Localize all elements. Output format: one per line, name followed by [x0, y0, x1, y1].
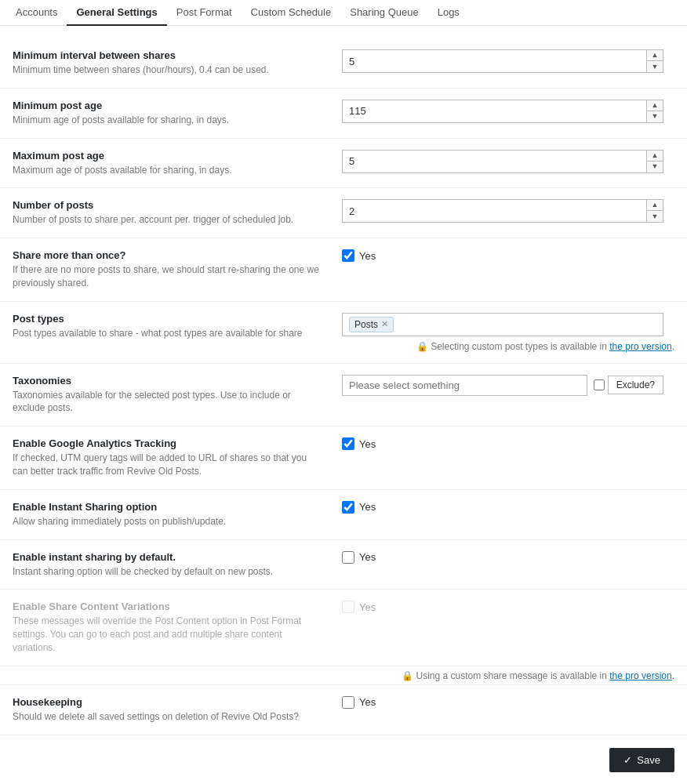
max-post-age-title: Maximum post age [13, 150, 323, 162]
spinner-num-posts: ▲ ▼ [342, 199, 663, 223]
min-interval-title: Minimum interval between shares [13, 49, 323, 61]
share-more-desc: If there are no more posts to share, we … [13, 263, 323, 290]
max-post-age-input[interactable] [343, 151, 646, 172]
taxonomy-select-input[interactable] [342, 375, 587, 396]
post-types-tag-posts: Posts ✕ [349, 317, 394, 332]
taxonomies-title: Taxonomies [13, 375, 323, 387]
tab-accounts[interactable]: Accounts [6, 0, 67, 26]
instant-sharing-default-label[interactable]: Yes [359, 551, 376, 563]
setting-post-types: Post types Post types available to share… [0, 302, 687, 364]
tag-close-posts[interactable]: ✕ [381, 320, 388, 328]
google-analytics-checkbox[interactable] [342, 437, 354, 450]
label-taxonomies: Taxonomies Taxonomies available for the … [13, 375, 342, 416]
setting-housekeeping: Housekeeping Should we delete all saved … [0, 685, 687, 735]
nav-tabs: Accounts General Settings Post Format Cu… [0, 0, 687, 26]
spinner-down-min-post-age[interactable]: ▼ [647, 111, 663, 122]
label-post-types: Post types Post types available to share… [13, 313, 342, 340]
post-types-lock-note: 🔒Selecting custom post types is availabl… [416, 338, 674, 355]
post-types-tag-input[interactable]: Posts ✕ [342, 313, 663, 336]
setting-instant-sharing-default: Enable instant sharing by default. Insta… [0, 540, 687, 590]
setting-num-posts: Number of posts Number of posts to share… [0, 188, 687, 238]
checkbox-share-more-than-once: Yes [342, 249, 376, 262]
spinner-btns-min-post-age: ▲ ▼ [646, 100, 663, 122]
spinner-up-max-post-age[interactable]: ▲ [647, 151, 663, 162]
taxonomy-control: Exclude? [342, 375, 663, 396]
google-analytics-title: Enable Google Analytics Tracking [13, 437, 323, 449]
max-post-age-desc: Maximum age of posts available for shari… [13, 164, 323, 177]
save-button[interactable]: ✓ Save [609, 748, 674, 772]
spinner-btns-min-interval: ▲ ▼ [646, 50, 663, 72]
share-content-variations-title: Enable Share Content Variations [13, 601, 323, 612]
settings-content: Minimum interval between shares Minimum … [0, 26, 687, 784]
control-max-post-age: ▲ ▼ [342, 150, 674, 173]
spinner-min-post-age: ▲ ▼ [342, 100, 663, 123]
instant-sharing-label[interactable]: Yes [359, 501, 376, 513]
label-instant-sharing-default: Enable instant sharing by default. Insta… [13, 551, 342, 579]
spinner-btns-max-post-age: ▲ ▼ [646, 151, 663, 172]
share-more-once-label[interactable]: Yes [359, 250, 376, 262]
google-analytics-desc: If checked, UTM query tags will be added… [13, 452, 323, 478]
tab-general-settings[interactable]: General Settings [67, 0, 166, 26]
spinner-up-num-posts[interactable]: ▲ [647, 200, 663, 211]
control-min-post-age: ▲ ▼ [342, 100, 674, 123]
post-types-pro-link[interactable]: the pro version [609, 341, 671, 352]
instant-sharing-default-checkbox[interactable] [342, 551, 354, 564]
spinner-down-min-interval[interactable]: ▼ [647, 61, 663, 72]
instant-sharing-desc: Allow sharing immediately posts on publi… [13, 515, 323, 528]
spinner-min-interval: ▲ ▼ [342, 49, 663, 73]
spinner-max-post-age: ▲ ▼ [342, 150, 663, 173]
google-analytics-label[interactable]: Yes [359, 438, 376, 450]
share-content-variations-checkbox[interactable] [342, 601, 354, 613]
control-share-more-than-once: Yes [342, 249, 674, 262]
instant-sharing-title: Enable Instant Sharing option [13, 501, 323, 513]
instant-sharing-checkbox[interactable] [342, 501, 354, 514]
control-share-content-variations: Yes [342, 601, 674, 613]
min-post-age-title: Minimum post age [13, 100, 323, 111]
control-min-interval: ▲ ▼ [342, 49, 674, 73]
spinner-btns-num-posts: ▲ ▼ [646, 200, 663, 222]
post-types-lock-note-row: 🔒Selecting custom post types is availabl… [13, 340, 674, 352]
housekeeping-title: Housekeeping [13, 696, 323, 708]
housekeeping-checkbox[interactable] [342, 696, 354, 709]
share-more-once-checkbox[interactable] [342, 249, 354, 262]
post-types-row-inner: Post types Post types available to share… [13, 313, 674, 340]
tab-post-format[interactable]: Post Format [167, 0, 242, 26]
spinner-down-num-posts[interactable]: ▼ [647, 211, 663, 222]
tab-sharing-queue[interactable]: Sharing Queue [340, 0, 427, 26]
instant-sharing-default-desc: Instant sharing option will be checked b… [13, 565, 323, 579]
share-content-variations-desc: These messages will override the Post Co… [13, 615, 323, 654]
num-posts-input[interactable] [343, 200, 646, 222]
spinner-up-min-interval[interactable]: ▲ [647, 50, 663, 61]
exclude-label[interactable]: Exclude? [608, 376, 663, 394]
tab-custom-schedule[interactable]: Custom Schedule [242, 0, 341, 26]
checkbox-share-content-variations: Yes [342, 601, 376, 613]
checkbox-instant-sharing-default: Yes [342, 551, 376, 564]
control-google-analytics: Yes [342, 437, 674, 450]
num-posts-desc: Number of posts to share per. account pe… [13, 213, 323, 227]
exclude-button[interactable]: Exclude? [608, 376, 663, 394]
label-num-posts: Number of posts Number of posts to share… [13, 199, 342, 227]
share-more-title: Share more than once? [13, 249, 323, 261]
num-posts-title: Number of posts [13, 199, 323, 211]
min-interval-input[interactable] [343, 50, 646, 72]
exclude-checkbox[interactable] [594, 379, 605, 390]
save-checkmark-icon: ✓ [623, 754, 632, 766]
spinner-up-min-post-age[interactable]: ▲ [647, 100, 663, 111]
content-variations-lock-note-row: 🔒Using a custom share message is availab… [0, 666, 687, 685]
min-post-age-input[interactable] [343, 100, 646, 122]
spinner-down-max-post-age[interactable]: ▼ [647, 162, 663, 172]
label-instant-sharing: Enable Instant Sharing option Allow shar… [13, 501, 342, 528]
label-housekeeping: Housekeeping Should we delete all saved … [13, 696, 342, 724]
post-types-desc: Post types available to share - what pos… [13, 327, 323, 340]
save-bar: ✓ Save [0, 735, 687, 784]
content-variations-pro-link[interactable]: the pro version [609, 670, 671, 681]
control-taxonomies: Exclude? [342, 375, 674, 396]
setting-max-post-age: Maximum post age Maximum age of posts av… [0, 139, 687, 189]
label-min-post-age: Minimum post age Minimum age of posts av… [13, 100, 342, 127]
tab-logs[interactable]: Logs [428, 0, 469, 26]
checkbox-google-analytics: Yes [342, 437, 376, 450]
share-content-variations-label: Yes [359, 601, 376, 613]
label-min-interval: Minimum interval between shares Minimum … [13, 49, 342, 77]
housekeeping-label[interactable]: Yes [359, 696, 376, 708]
checkbox-housekeeping: Yes [342, 696, 376, 709]
